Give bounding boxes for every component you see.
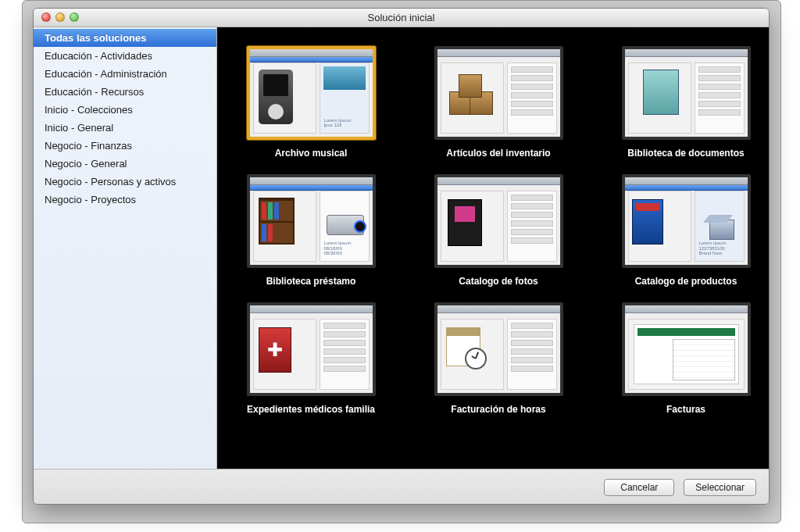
template-thumbnail: Lorem IpsumIpus 123 <box>247 46 376 140</box>
template-label: Facturación de horas <box>428 404 569 415</box>
template-catalogo-productos[interactable]: Lorem Ipsum1237385106Brand New Catalogo … <box>616 174 756 287</box>
close-icon[interactable] <box>41 12 51 22</box>
invoice-icon <box>634 324 739 384</box>
template-label: Biblioteca préstamo <box>241 276 381 287</box>
sidebar-item-educacion-actividades[interactable]: Educación - Actividades <box>34 47 216 65</box>
template-thumbnail: Lorem Ipsum08/18/0908/30/09 <box>247 174 376 268</box>
select-button[interactable]: Seleccionar <box>684 479 756 496</box>
template-label: Artículos del inventario <box>428 148 569 159</box>
ipod-icon <box>259 70 293 124</box>
clock-icon <box>465 348 487 370</box>
template-label: Archivo musical <box>241 148 381 159</box>
template-expedientes-medicos[interactable]: Expedientes médicos familia <box>241 302 381 415</box>
template-biblioteca-documentos[interactable]: Biblioteca de documentos <box>616 46 756 159</box>
template-catalogo-fotos[interactable]: Catalogo de fotos <box>428 174 569 287</box>
sidebar-item-all-solutions[interactable]: Todas las soluciones <box>34 29 216 47</box>
template-label: Expedientes médicos familia <box>241 404 381 415</box>
template-thumbnail <box>622 46 751 140</box>
template-thumbnail <box>434 46 563 140</box>
bookshelf-icon <box>259 198 295 245</box>
template-thumbnail <box>434 174 563 268</box>
product-icon <box>706 215 739 241</box>
product-box-icon <box>632 199 663 245</box>
template-label: Catalogo de productos <box>616 276 756 287</box>
sidebar-item-educacion-recursos[interactable]: Educación - Recursos <box>34 83 216 101</box>
photo-album-icon <box>448 199 482 246</box>
sidebar-item-inicio-colecciones[interactable]: Inicio - Colecciones <box>34 101 216 119</box>
sidebar-item-negocio-general[interactable]: Negocio - General <box>34 155 216 173</box>
window-controls <box>41 12 79 22</box>
projector-icon <box>327 215 364 235</box>
sidebar-item-educacion-administracion[interactable]: Educación - Administración <box>34 65 216 83</box>
document-icon <box>643 70 679 115</box>
template-thumbnail <box>247 302 376 396</box>
titlebar: Solución inicial <box>34 9 769 27</box>
template-facturas[interactable]: Facturas <box>616 302 756 415</box>
template-archivo-musical[interactable]: Lorem IpsumIpus 123 Archivo musical <box>241 46 381 159</box>
template-gallery: Lorem IpsumIpus 123 Archivo musical <box>217 27 769 469</box>
button-bar: Cancelar Seleccionar <box>34 469 769 505</box>
template-chooser-window: Solución inicial Todas las soluciones Ed… <box>33 8 770 505</box>
cancel-button[interactable]: Cancelar <box>604 479 674 496</box>
sidebar-item-negocio-personas[interactable]: Negocio - Personas y activos <box>34 173 216 191</box>
zoom-icon[interactable] <box>70 12 79 22</box>
medical-book-icon <box>259 327 291 373</box>
template-label: Biblioteca de documentos <box>616 148 756 159</box>
template-thumbnail <box>434 302 563 396</box>
minimize-icon[interactable] <box>55 12 65 22</box>
window-title: Solución inicial <box>368 12 435 23</box>
boxes-icon <box>446 74 498 120</box>
template-label: Facturas <box>616 404 756 415</box>
template-biblioteca-prestamo[interactable]: Lorem Ipsum08/18/0908/30/09 Biblioteca p… <box>241 174 381 287</box>
template-thumbnail <box>622 302 751 396</box>
template-articulos-inventario[interactable]: Artículos del inventario <box>428 46 569 159</box>
sidebar-item-negocio-finanzas[interactable]: Negocio - Finanzas <box>34 137 216 155</box>
category-sidebar: Todas las soluciones Educación - Activid… <box>34 27 217 469</box>
template-thumbnail: Lorem Ipsum1237385106Brand New <box>622 174 751 268</box>
sidebar-item-negocio-proyectos[interactable]: Negocio - Proyectos <box>34 191 216 209</box>
sidebar-item-inicio-general[interactable]: Inicio - General <box>34 119 216 137</box>
template-facturacion-horas[interactable]: Facturación de horas <box>428 302 569 415</box>
template-label: Catalogo de fotos <box>428 276 569 287</box>
